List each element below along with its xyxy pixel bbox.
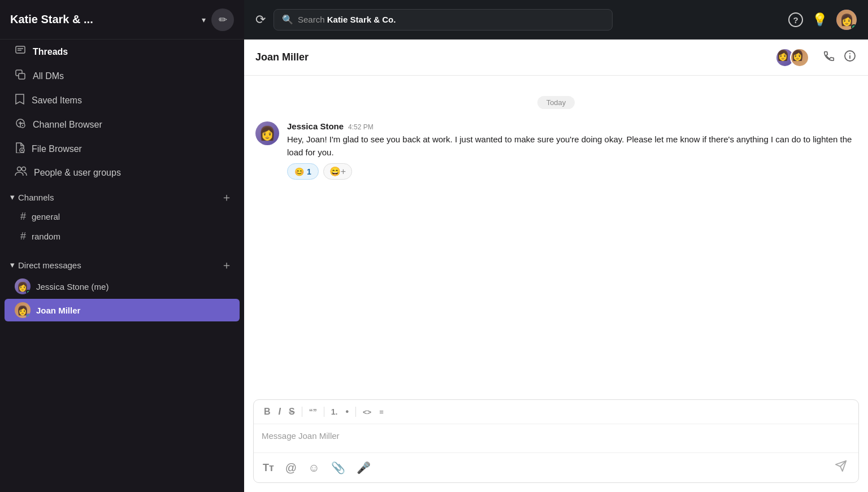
compose-icon: ✏ — [219, 14, 227, 26]
toolbar-divider-2 — [324, 407, 324, 417]
channels-section-label: ▾ Channels — [10, 192, 54, 202]
toolbar-divider-1 — [302, 407, 302, 417]
people-icon — [15, 166, 27, 179]
ordered-list-button[interactable]: 1. — [328, 405, 341, 419]
top-bar-left: Katie Stark & ... ▾ ✏ — [0, 0, 244, 40]
dm-item-jessica[interactable]: 👩 Jessica Stone (me) — [5, 275, 240, 298]
message-input-placeholder: Message Joan Miller — [262, 431, 340, 441]
channel-hash-icon: # — [20, 211, 26, 223]
chat-area: Joan Miller 👩 👩 — [244, 40, 868, 492]
message-input-field[interactable]: Message Joan Miller — [254, 424, 858, 452]
attachment-button[interactable]: 📎 — [329, 459, 348, 477]
reaction-emoji: 😊 — [294, 167, 304, 176]
add-reaction-button[interactable]: 😄+ — [323, 163, 352, 180]
send-icon — [835, 460, 847, 476]
top-bar-actions: ? 💡 👩 — [788, 10, 857, 30]
reaction-count: 1 — [307, 167, 311, 176]
sidebar-item-channel-browser[interactable]: Channel Browser — [5, 113, 240, 136]
call-icon — [823, 50, 835, 65]
saved-items-label: Saved Items — [32, 95, 82, 106]
audio-button[interactable]: 🎤 — [354, 459, 373, 477]
svg-point-8 — [18, 167, 21, 171]
joan-online-indicator — [26, 314, 31, 318]
channels-section-header[interactable]: ▾ Channels ＋ — [0, 184, 244, 207]
svg-rect-4 — [19, 73, 25, 79]
mention-button[interactable]: @ — [283, 459, 299, 477]
sidebar-item-people[interactable]: People & user groups — [5, 162, 240, 184]
info-icon — [843, 49, 857, 66]
user-online-indicator — [851, 24, 857, 30]
history-button[interactable]: ⟳ — [255, 12, 266, 27]
channel-item-random[interactable]: # random — [5, 227, 240, 246]
all-dms-icon — [15, 69, 26, 83]
microphone-icon: 🎤 — [357, 461, 371, 474]
compose-button[interactable]: ✏ — [211, 8, 234, 31]
chat-input-area: B I S “” 1. • <> ≡ Message Joan Miller — [244, 393, 868, 492]
search-bar[interactable]: 🔍 Search Katie Stark & Co. — [274, 9, 613, 31]
add-dm-button[interactable]: ＋ — [219, 258, 234, 272]
sidebar: Threads All DMs Saved Items Channel Brow… — [0, 40, 244, 492]
add-reaction-icon: 😄+ — [329, 167, 346, 176]
people-label: People & user groups — [34, 168, 121, 178]
channels-chevron-icon: ▾ — [10, 192, 15, 202]
message-avatar-jessica: 👩 — [255, 121, 279, 145]
workspace-name: Katie Stark & ... — [10, 13, 196, 26]
sidebar-item-file-browser[interactable]: File Browser — [5, 137, 240, 160]
emoji-icon: ☺ — [308, 461, 319, 474]
jessica-dm-label: Jessica Stone (me) — [36, 282, 108, 291]
jessica-avatar: 👩 — [15, 278, 31, 294]
mention-icon: @ — [285, 461, 297, 474]
threads-label: Threads — [33, 47, 68, 57]
date-divider: Today — [255, 96, 857, 109]
reaction-smile-button[interactable]: 😊 1 — [287, 163, 319, 180]
sidebar-item-all-dms[interactable]: All DMs — [5, 64, 240, 88]
message-row: 👩 Jessica Stone 4:52 PM Hey, Joan! I'm g… — [255, 118, 857, 183]
history-icon: ⟳ — [255, 12, 266, 27]
strikethrough-button[interactable]: S — [285, 404, 298, 419]
emoji-button[interactable]: ☺ — [306, 459, 322, 477]
info-button[interactable] — [843, 49, 857, 66]
bold-button[interactable]: B — [261, 404, 274, 419]
dm-item-joan[interactable]: 👩 Joan Miller — [5, 299, 240, 321]
message-input-box: B I S “” 1. • <> ≡ Message Joan Miller — [253, 399, 859, 483]
whatsnew-button[interactable]: 💡 — [812, 12, 827, 27]
svg-point-12 — [849, 53, 850, 54]
help-icon: ? — [788, 12, 803, 27]
message-header: Jessica Stone 4:52 PM — [287, 121, 857, 131]
help-button[interactable]: ? — [788, 12, 803, 28]
input-bottom-toolbar: Tт @ ☺ 📎 🎤 — [254, 452, 858, 482]
unordered-list-button[interactable]: • — [342, 404, 352, 419]
sidebar-item-threads[interactable]: Threads — [5, 40, 240, 63]
svg-rect-0 — [16, 46, 25, 53]
dm-section-header[interactable]: ▾ Direct messages ＋ — [0, 252, 244, 275]
channel-item-general[interactable]: # general — [5, 207, 240, 226]
text-format-button[interactable]: Tт — [261, 460, 276, 476]
add-channel-button[interactable]: ＋ — [219, 190, 234, 204]
user-avatar[interactable]: 👩 — [836, 10, 857, 30]
send-button[interactable] — [830, 458, 852, 478]
message-text: Hey, Joan! I'm glad to see you back at w… — [287, 133, 857, 159]
channel-general-label: general — [32, 212, 60, 221]
date-divider-label: Today — [537, 96, 575, 109]
lightbulb-icon: 💡 — [812, 12, 827, 27]
code-block-button[interactable]: ≡ — [376, 406, 387, 419]
text-format-icon: Tт — [263, 462, 274, 474]
all-dms-label: All DMs — [33, 71, 64, 81]
input-toolbar: B I S “” 1. • <> ≡ — [254, 400, 858, 424]
header-avatars: 👩 👩 — [775, 48, 809, 67]
svg-point-9 — [22, 167, 26, 171]
message-time: 4:52 PM — [348, 123, 374, 131]
file-browser-label: File Browser — [32, 144, 82, 154]
jessica-online-indicator — [26, 290, 31, 294]
sidebar-item-saved-items[interactable]: Saved Items — [5, 89, 240, 112]
italic-button[interactable]: I — [275, 404, 284, 419]
quote-button[interactable]: “” — [306, 405, 320, 419]
header-avatar-joan: 👩 — [790, 48, 809, 67]
threads-icon — [15, 45, 26, 59]
file-browser-icon — [15, 142, 25, 156]
dm-section-label: ▾ Direct messages — [10, 260, 81, 270]
code-button[interactable]: <> — [359, 406, 375, 419]
saved-items-icon — [15, 93, 25, 107]
chat-header-icons: 👩 👩 — [775, 48, 857, 67]
call-button[interactable] — [823, 50, 835, 65]
